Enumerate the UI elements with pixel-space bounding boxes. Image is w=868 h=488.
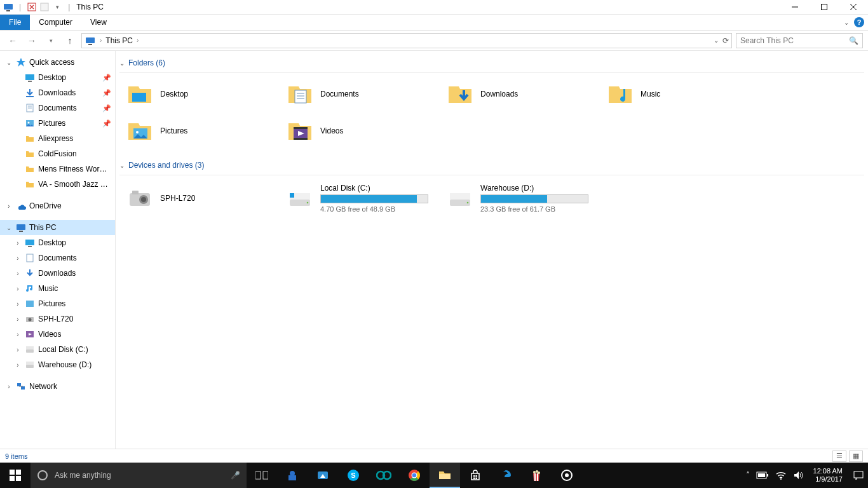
collapse-icon[interactable]: ⌄ — [5, 59, 13, 66]
folder-pictures[interactable]: Pictures — [119, 115, 280, 147]
ribbon-tab-computer[interactable]: Computer — [30, 15, 81, 30]
expand-icon[interactable]: › — [14, 240, 22, 247]
minimize-button[interactable] — [780, 0, 810, 15]
taskbar-edge[interactable] — [491, 463, 521, 488]
tree-quick-access[interactable]: ⌄ Quick access — [0, 55, 115, 70]
tree-pc-downloads[interactable]: ›Downloads — [0, 266, 115, 281]
taskbar-app-2[interactable] — [308, 463, 338, 488]
breadcrumb-chevron-icon[interactable]: › — [100, 37, 102, 44]
group-header-drives[interactable]: ⌄ Devices and drives (3) — [119, 158, 864, 175]
collapse-icon[interactable]: ⌄ — [5, 224, 13, 231]
search-box[interactable]: 🔍 — [736, 33, 863, 48]
microphone-icon[interactable]: 🎤 — [231, 471, 240, 480]
taskbar-popcorn[interactable] — [521, 463, 552, 488]
tree-item-pictures[interactable]: Pictures📌 — [0, 116, 115, 131]
cortana-search[interactable]: Ask me anything 🎤 — [31, 463, 247, 488]
expand-icon[interactable]: › — [14, 301, 22, 308]
expand-icon[interactable]: › — [14, 346, 22, 353]
tree-item-documents[interactable]: Documents📌 — [0, 100, 115, 116]
breadcrumb-this-pc[interactable]: This PC — [105, 36, 133, 45]
qat-dropdown-icon[interactable]: ▾ — [51, 1, 63, 13]
nav-forward-button[interactable]: → — [24, 33, 39, 48]
tree-pc-sph[interactable]: ›SPH-L720 — [0, 311, 115, 327]
close-button[interactable] — [839, 0, 868, 15]
tree-this-pc[interactable]: ⌄This PC — [0, 220, 115, 235]
tree-item-aliexpress[interactable]: Aliexpress — [0, 131, 115, 146]
collapse-icon[interactable]: ⌄ — [119, 60, 125, 67]
expand-icon[interactable]: › — [5, 203, 13, 210]
folder-downloads[interactable]: Downloads — [440, 78, 600, 110]
taskbar-store[interactable] — [460, 463, 491, 488]
maximize-button[interactable] — [810, 0, 839, 15]
refresh-button[interactable]: ⟳ — [722, 36, 729, 45]
drive-local-c[interactable]: Local Disk (C:) 4.70 GB free of 48.9 GB — [280, 180, 440, 216]
expand-icon[interactable]: › — [14, 331, 22, 338]
qat-newfolder-icon[interactable] — [39, 1, 50, 13]
expand-icon[interactable]: › — [14, 362, 22, 369]
nav-back-button[interactable]: ← — [5, 33, 20, 48]
expand-icon[interactable]: › — [5, 383, 13, 390]
folder-videos[interactable]: Videos — [280, 115, 440, 147]
tree-item-mens-fitness[interactable]: Mens Fitness Workout — [0, 161, 115, 177]
taskbar-app-circle[interactable] — [552, 463, 582, 488]
nav-recent-icon[interactable]: ▾ — [43, 33, 58, 48]
expand-icon[interactable]: › — [14, 285, 22, 292]
system-tray[interactable]: ˄ 12:08 AM 1/9/2017 — [746, 467, 868, 483]
svg-rect-32 — [26, 362, 34, 365]
folder-music[interactable]: Music — [600, 78, 760, 110]
navigation-pane[interactable]: ⌄ Quick access Desktop📌 Downloads📌 Docum… — [0, 51, 116, 449]
search-input[interactable] — [740, 36, 849, 45]
tree-item-downloads[interactable]: Downloads📌 — [0, 85, 115, 100]
folder-documents[interactable]: Documents — [280, 78, 440, 110]
tray-overflow-icon[interactable]: ˄ — [746, 471, 750, 480]
tree-pc-desktop[interactable]: ›Desktop — [0, 235, 115, 250]
help-button[interactable]: ? — [854, 17, 864, 27]
taskbar-skype[interactable]: S — [338, 463, 369, 488]
tree-pc-music[interactable]: ›Music — [0, 281, 115, 296]
address-dropdown-icon[interactable]: ⌄ — [714, 37, 719, 44]
expand-icon[interactable]: › — [14, 255, 22, 262]
volume-icon[interactable] — [793, 471, 803, 480]
collapse-icon[interactable]: ⌄ — [119, 162, 125, 169]
tree-pc-videos[interactable]: ›Videos — [0, 327, 115, 342]
tree-pc-pictures[interactable]: ›Pictures — [0, 296, 115, 311]
start-button[interactable] — [0, 463, 31, 488]
tree-pc-warehouse[interactable]: ›Warehouse (D:) — [0, 357, 115, 372]
action-center-icon[interactable] — [853, 470, 864, 480]
taskbar-clock[interactable]: 12:08 AM 1/9/2017 — [810, 467, 846, 483]
qat-properties-icon[interactable] — [26, 1, 37, 13]
expand-icon[interactable]: › — [14, 316, 22, 323]
taskbar-chrome[interactable] — [399, 463, 430, 488]
nav-up-button[interactable]: ↑ — [62, 33, 78, 48]
view-tiles-button[interactable]: ▦ — [849, 451, 863, 462]
expand-icon[interactable]: › — [14, 270, 22, 277]
tree-item-desktop[interactable]: Desktop📌 — [0, 70, 115, 85]
ribbon-tab-file[interactable]: File — [0, 15, 30, 30]
tree-item-smooth-jazz[interactable]: VA - Smooth Jazz Chill — [0, 177, 115, 192]
breadcrumb-chevron-icon-2[interactable]: › — [137, 37, 139, 44]
tree-pc-local-disk[interactable]: ›Local Disk (C:) — [0, 342, 115, 357]
this-pc-icon — [15, 222, 27, 233]
ribbon-tab-view[interactable]: View — [81, 15, 116, 30]
taskbar-explorer[interactable] — [430, 463, 460, 488]
tree-item-coldfusion[interactable]: ColdFusion — [0, 146, 115, 161]
tree-onedrive[interactable]: ›OneDrive — [0, 198, 115, 214]
tree-network[interactable]: ›Network — [0, 379, 115, 394]
group-header-folders[interactable]: ⌄ Folders (6) — [119, 56, 864, 73]
ribbon-expand-icon[interactable]: ⌄ — [844, 19, 849, 26]
folder-desktop[interactable]: Desktop — [119, 78, 280, 110]
task-view-button[interactable] — [247, 463, 277, 488]
tree-pc-documents[interactable]: ›Documents — [0, 250, 115, 266]
camera-icon — [126, 184, 154, 212]
search-icon[interactable]: 🔍 — [849, 36, 858, 45]
drive-warehouse-d[interactable]: Warehouse (D:) 23.3 GB free of 61.7 GB — [440, 180, 600, 216]
drive-sph-l720[interactable]: SPH-L720 — [119, 180, 280, 216]
taskbar-arduino[interactable] — [369, 463, 399, 488]
wifi-icon[interactable] — [775, 471, 787, 480]
battery-icon[interactable] — [756, 471, 769, 479]
content-pane[interactable]: ⌄ Folders (6) Desktop Documents Download… — [116, 51, 868, 449]
address-bar[interactable]: › This PC › ⌄ ⟳ — [81, 33, 732, 48]
taskbar[interactable]: Ask me anything 🎤 S ˄ 12:08 AM 1/9/2017 — [0, 463, 868, 488]
view-details-button[interactable]: ☰ — [832, 451, 846, 462]
taskbar-app-1[interactable] — [277, 463, 308, 488]
